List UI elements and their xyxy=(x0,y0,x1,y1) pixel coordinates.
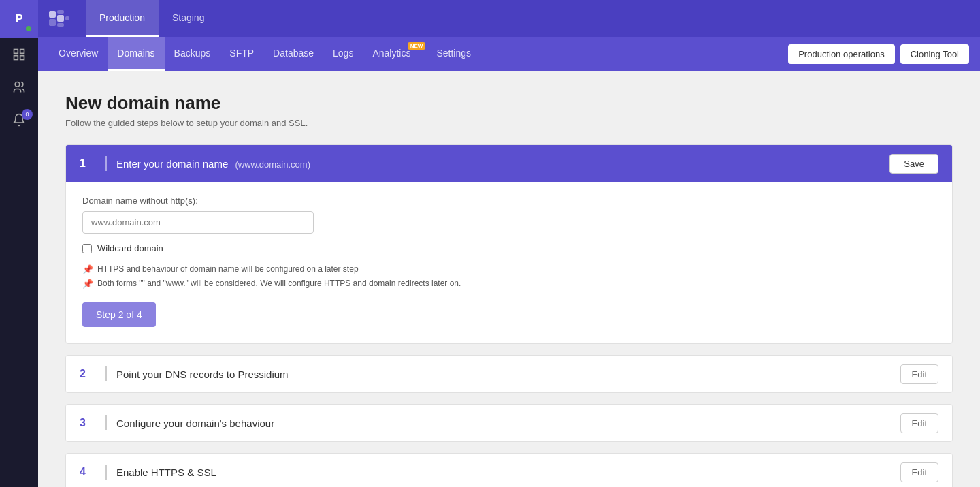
step-4-divider xyxy=(105,465,107,480)
wildcard-row: Wildcard domain xyxy=(82,243,936,253)
step-4-number: 4 xyxy=(80,466,96,478)
step-1-title: Enter your domain name (www.domain.com) xyxy=(116,158,889,170)
info-item-1: 📌 HTTPS and behaviour of domain name wil… xyxy=(82,264,936,274)
step-2-title: Point your DNS records to Pressidium xyxy=(116,368,900,380)
nav-analytics[interactable]: Analytics NEW xyxy=(363,37,427,71)
info-item-2: 📌 Both forms "" and "www." will be consi… xyxy=(82,279,936,289)
page-title: New domain name xyxy=(65,93,953,114)
step-4-header: 4 Enable HTTPS & SSL Edit xyxy=(66,454,952,487)
step-2-card: 2 Point your DNS records to Pressidium E… xyxy=(65,355,953,393)
step-3-number: 3 xyxy=(80,417,96,429)
info-list: 📌 HTTPS and behaviour of domain name wil… xyxy=(82,264,936,289)
nav-domains[interactable]: Domains xyxy=(108,37,164,71)
sidebar-item-dashboard[interactable] xyxy=(0,38,38,71)
cloning-tool-button[interactable]: Cloning Tool xyxy=(900,44,969,64)
step-1-number: 1 xyxy=(80,157,96,170)
step-3-title: Configure your domain's behaviour xyxy=(116,418,900,429)
logo-icon xyxy=(49,10,69,27)
nav-settings[interactable]: Settings xyxy=(427,37,480,71)
step-2-divider xyxy=(105,366,107,381)
step-1-body: Domain name without http(s): Wildcard do… xyxy=(66,182,952,343)
nav-backups[interactable]: Backups xyxy=(165,37,220,71)
nav-database[interactable]: Database xyxy=(263,37,323,71)
svg-point-4 xyxy=(15,82,20,87)
notification-badge: 0 xyxy=(22,109,33,120)
step-4-card: 4 Enable HTTPS & SSL Edit xyxy=(65,453,953,487)
sidebar: P 0 xyxy=(0,0,38,487)
wildcard-label: Wildcard domain xyxy=(97,243,163,253)
svg-rect-0 xyxy=(14,50,18,54)
step-2-number: 2 xyxy=(80,368,96,380)
tab-staging[interactable]: Staging xyxy=(159,0,218,37)
online-indicator xyxy=(26,26,31,31)
svg-rect-1 xyxy=(20,50,24,54)
step-3-card: 3 Configure your domain's behaviour Edit xyxy=(65,404,953,442)
topbar: Production Staging xyxy=(38,0,980,37)
content-area: New domain name Follow the guided steps … xyxy=(38,71,980,487)
logo xyxy=(38,0,80,37)
step-1-header: 1 Enter your domain name (www.domain.com… xyxy=(66,145,952,182)
production-operations-button[interactable]: Production operations xyxy=(788,44,894,64)
step-4-title: Enable HTTPS & SSL xyxy=(116,467,900,478)
step-2-header: 2 Point your DNS records to Pressidium E… xyxy=(66,356,952,392)
save-button[interactable]: Save xyxy=(889,154,938,174)
step-3-header: 3 Configure your domain's behaviour Edit xyxy=(66,405,952,441)
step-1-card: 1 Enter your domain name (www.domain.com… xyxy=(65,144,953,344)
nav-overview[interactable]: Overview xyxy=(49,37,108,71)
main-content: Production Staging Overview Domains Back… xyxy=(38,0,980,487)
domain-field-label: Domain name without http(s): xyxy=(82,195,936,206)
nav-logs[interactable]: Logs xyxy=(323,37,363,71)
step-3-divider xyxy=(105,415,107,430)
tab-production[interactable]: Production xyxy=(86,0,159,37)
wildcard-checkbox[interactable] xyxy=(82,244,92,253)
step-1-divider xyxy=(105,156,107,171)
step-3-edit-button[interactable]: Edit xyxy=(900,413,938,433)
svg-rect-3 xyxy=(14,56,18,60)
page-subtitle: Follow the guided steps below to setup y… xyxy=(65,118,953,128)
environment-tabs: Production Staging xyxy=(86,0,218,37)
nav-right-actions: Production operations Cloning Tool xyxy=(788,44,969,64)
analytics-new-badge: NEW xyxy=(408,42,426,50)
navbar: Overview Domains Backups SFTP Database L… xyxy=(38,37,980,71)
nav-sftp[interactable]: SFTP xyxy=(220,37,263,71)
sidebar-item-users[interactable] xyxy=(0,71,38,104)
avatar[interactable]: P xyxy=(0,0,38,38)
svg-rect-2 xyxy=(20,56,24,60)
nav-items: Overview Domains Backups SFTP Database L… xyxy=(49,37,788,71)
step-2-edit-button[interactable]: Edit xyxy=(900,364,938,384)
step-4-edit-button[interactable]: Edit xyxy=(900,462,938,482)
step-2-of-4-button[interactable]: Step 2 of 4 xyxy=(82,302,156,327)
sidebar-item-notifications[interactable]: 0 xyxy=(0,104,38,136)
domain-name-input[interactable] xyxy=(82,211,314,234)
